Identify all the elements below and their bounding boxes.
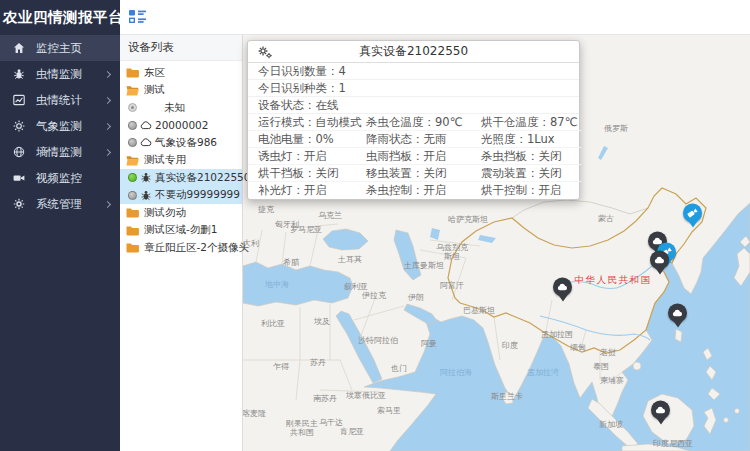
tree-folder[interactable]: 东区 xyxy=(120,64,242,82)
sidebar-item-label: 气象监测 xyxy=(36,119,105,134)
status-dot-green xyxy=(128,173,137,182)
folder-closed-icon xyxy=(126,67,139,78)
sidebar-item-insect-stats[interactable]: 虫情统计 xyxy=(0,87,120,113)
home-icon xyxy=(13,42,26,55)
sidebar-item-monitor-home[interactable]: 监控主页 xyxy=(0,35,120,61)
tree-item-label: 章丘阳丘区-2个摄像头 xyxy=(144,241,249,255)
popup-status-cell: 杀虫挡板：关闭 xyxy=(471,148,581,165)
tree-item-label: 真实设备21022550 xyxy=(155,171,250,185)
tree-folder[interactable]: 测试专用 xyxy=(120,152,242,170)
tree-item-label: 测试 xyxy=(144,83,165,97)
marker-tail xyxy=(688,221,698,233)
popup-status-cell: 杀虫控制：开启 xyxy=(356,182,471,199)
popup-header: 真实设备21022550 xyxy=(248,41,579,63)
marker-tail xyxy=(656,418,666,430)
folder-open-icon xyxy=(126,85,139,96)
sidebar-item-system-manage[interactable]: 系统管理 xyxy=(0,191,120,217)
popup-status-cell: 烘干控制：开启 xyxy=(471,182,581,199)
popup-device-title: 真实设备21022550 xyxy=(248,43,579,60)
sidebar-item-label: 系统管理 xyxy=(36,197,105,212)
insect-device-icon xyxy=(140,190,152,201)
status-dot-gray xyxy=(128,121,137,130)
tree-folder[interactable]: 测试 xyxy=(120,82,242,100)
settings-gears-icon[interactable] xyxy=(257,44,273,60)
tree-device[interactable]: 真实设备21022550 xyxy=(120,169,242,187)
popup-summary-row: 设备状态：在线 xyxy=(248,97,579,114)
unknown-device-icon xyxy=(128,103,137,112)
camera-device-marker[interactable] xyxy=(683,204,703,229)
tree-toggle-icon[interactable] xyxy=(129,10,146,25)
sidebar-item-label: 虫情统计 xyxy=(36,93,105,108)
sidebar-item-label: 视频监控 xyxy=(36,171,112,186)
popup-status-cell: 杀虫仓温度：90℃ xyxy=(356,114,471,131)
sidebar-item-insect-monitor[interactable]: 虫情监测 xyxy=(0,61,120,87)
app-title: 农业四情测报平台 xyxy=(0,0,120,35)
tree-item-label: 20000002 xyxy=(155,119,208,131)
popup-status-cell: 电池电量：0% xyxy=(248,131,356,148)
device-info-popup: 真实设备21022550 今日识别数量：4今日识别种类：1设备状态：在线 运行模… xyxy=(247,40,580,200)
tree-device[interactable]: 不要动99999999 xyxy=(120,187,242,205)
folder-closed-icon xyxy=(126,242,139,253)
tree-folder[interactable]: 测试区域-勿删1 xyxy=(120,222,242,240)
sidebar-item-label: 虫情监测 xyxy=(36,67,105,82)
status-dot-gray xyxy=(128,138,137,147)
sidebar-item-video-monitor[interactable]: 视频监控 xyxy=(0,165,120,191)
chevron-right-icon xyxy=(104,70,111,77)
device-list-panel: 设备列表 东区测试未知20000002气象设备986测试专用真实设备210225… xyxy=(120,35,243,451)
folder-closed-icon xyxy=(126,207,139,218)
tree-item-label: 测试勿动 xyxy=(144,206,186,220)
sidebar-item-label: 监控主页 xyxy=(36,41,112,56)
popup-status-cell: 运行模式：自动模式 xyxy=(248,114,356,131)
marker-tail xyxy=(558,295,568,307)
marker-tail xyxy=(655,268,665,280)
gear-icon xyxy=(13,198,26,211)
weather-device-icon xyxy=(140,137,152,148)
chevron-right-icon xyxy=(104,96,111,103)
popup-status-cell: 补光灯：开启 xyxy=(248,182,356,199)
sidebar-item-label: 墒情监测 xyxy=(36,145,105,160)
folder-open-icon xyxy=(126,155,139,166)
device-list-title: 设备列表 xyxy=(120,35,242,61)
tree-folder[interactable]: 测试勿动 xyxy=(120,204,242,222)
popup-status-cell: 震动装置：关闭 xyxy=(471,165,581,182)
folder-closed-icon xyxy=(126,225,139,236)
tree-item-label: 未知 xyxy=(164,101,185,115)
tree-device[interactable]: 20000002 xyxy=(120,117,242,135)
popup-status-cell: 降雨状态：无雨 xyxy=(356,131,471,148)
tree-device[interactable]: 未知 xyxy=(120,99,242,117)
chevron-right-icon xyxy=(104,122,111,129)
popup-status-cell: 虫雨挡板：开启 xyxy=(356,148,471,165)
popup-status-cell: 烘干挡板：关闭 xyxy=(248,165,356,182)
chevron-right-icon xyxy=(104,148,111,155)
insect-device-icon xyxy=(140,172,152,183)
chevron-right-icon xyxy=(104,200,111,207)
sun-icon xyxy=(13,120,26,133)
camera-icon xyxy=(13,172,26,185)
popup-status-cell: 光照度：1Lux xyxy=(471,131,581,148)
popup-status-cell: 烘干仓温度：87℃ xyxy=(471,114,581,131)
sidebar: 农业四情测报平台 监控主页虫情监测虫情统计气象监测墒情监测视频监控系统管理 xyxy=(0,0,120,451)
weather-device-marker[interactable] xyxy=(553,278,573,303)
chart-icon xyxy=(13,94,26,107)
tree-item-label: 不要动99999999 xyxy=(155,188,240,202)
weather-device-marker[interactable] xyxy=(668,304,688,329)
status-dot-gray xyxy=(128,191,137,200)
sidebar-item-soil-monitor[interactable]: 墒情监测 xyxy=(0,139,120,165)
weather-device-marker[interactable] xyxy=(651,401,671,426)
globe-icon xyxy=(13,146,26,159)
tree-folder[interactable]: 章丘阳丘区-2个摄像头 xyxy=(120,239,242,257)
tree-device[interactable]: 气象设备986 xyxy=(120,134,242,152)
marker-tail xyxy=(673,321,683,333)
popup-status-cell: 诱虫灯：开启 xyxy=(248,148,356,165)
tree-item-label: 气象设备986 xyxy=(155,136,217,150)
popup-summary-row: 今日识别数量：4 xyxy=(248,63,579,80)
weather-device-icon xyxy=(140,120,152,131)
popup-summary-row: 今日识别种类：1 xyxy=(248,80,579,97)
weather-device-marker[interactable] xyxy=(650,251,670,276)
sidebar-item-weather-monitor[interactable]: 气象监测 xyxy=(0,113,120,139)
tree-item-label: 东区 xyxy=(144,66,165,80)
top-header xyxy=(120,0,750,35)
tree-item-label: 测试专用 xyxy=(144,153,186,167)
popup-status-cell: 移虫装置：关闭 xyxy=(356,165,471,182)
bug-icon xyxy=(13,68,26,81)
